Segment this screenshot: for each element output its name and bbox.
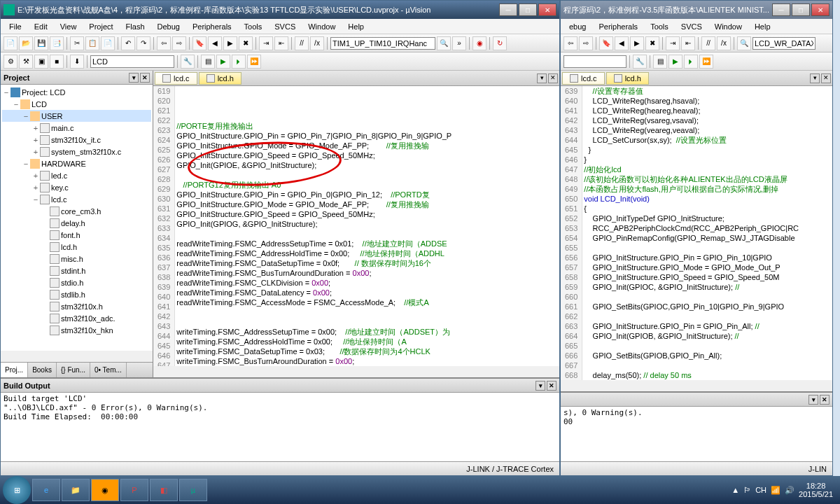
forward-icon[interactable]: ⇨ <box>172 36 186 50</box>
save-all-icon[interactable]: 📑 <box>50 36 64 50</box>
menu-window[interactable]: Window <box>709 21 748 32</box>
menu-project[interactable]: Project <box>83 21 118 32</box>
paste-icon[interactable]: 📄 <box>101 36 115 50</box>
tree-item[interactable]: +key.c <box>2 181 151 193</box>
menu-flash[interactable]: Flash <box>120 21 150 32</box>
options-icon[interactable]: 🔧 <box>633 55 647 69</box>
tree-item[interactable]: stm32f10x.h <box>2 300 151 312</box>
project-tree[interactable]: −Project: LCD−LCD−USER+main.c+stm32f10x_… <box>1 85 153 351</box>
tree-item[interactable]: +stm32f10x_it.c <box>2 134 151 146</box>
tray-flag-icon[interactable]: ▲ <box>732 486 739 494</box>
task-uvision-icon[interactable]: µ <box>179 479 207 501</box>
cut-icon[interactable]: ✂ <box>70 36 84 50</box>
indent-icon[interactable]: ⇥ <box>666 36 680 50</box>
close-button[interactable]: ✕ <box>538 4 556 16</box>
output-body[interactable]: s), 0 Warning(s). 00 <box>561 407 832 461</box>
output-close-icon[interactable]: ✕ <box>547 381 556 391</box>
tree-item[interactable]: lcd.h <box>2 241 151 253</box>
task-ppt-icon[interactable]: P <box>120 479 148 501</box>
debug-icon[interactable]: ◉ <box>472 36 486 50</box>
task-ie-icon[interactable]: e <box>32 479 60 501</box>
find-next-icon[interactable]: » <box>452 36 466 50</box>
tree-item[interactable]: font.h <box>2 229 151 241</box>
redo-icon[interactable]: ↷ <box>136 36 150 50</box>
indent-icon[interactable]: ⇥ <box>259 36 273 50</box>
run1-icon[interactable]: ▶ <box>668 55 682 69</box>
undo-icon[interactable]: ↶ <box>121 36 135 50</box>
target-opts-icon[interactable]: ▤ <box>201 55 215 69</box>
editor-hscroll[interactable] <box>561 380 832 391</box>
tab-close-icon[interactable]: ✕ <box>548 74 558 83</box>
bookmark-icon[interactable]: 🔖 <box>599 36 613 50</box>
maximize-button[interactable]: □ <box>519 4 537 16</box>
panel-pin-icon[interactable]: ▾ <box>129 73 139 83</box>
bookmark-prev-icon[interactable]: ◀ <box>615 36 629 50</box>
run3-icon[interactable]: ⏩ <box>247 55 261 69</box>
tray-net-icon[interactable]: 📶 <box>771 486 780 495</box>
menu-peripherals[interactable]: Peripherals <box>187 21 237 32</box>
find-combo[interactable] <box>330 37 435 50</box>
start-button[interactable]: ⊞ <box>3 476 31 504</box>
tab-menu-icon[interactable]: ▾ <box>810 74 820 83</box>
editor-hscroll[interactable] <box>153 366 559 377</box>
new-icon[interactable]: 📄 <box>4 36 18 50</box>
tree-item[interactable]: −LCD <box>2 98 151 110</box>
tree-item[interactable]: +led.c <box>2 169 151 181</box>
bookmark-next-icon[interactable]: ▶ <box>223 36 237 50</box>
output-pin-icon[interactable]: ▾ <box>536 381 545 391</box>
file-tab[interactable]: lcd.c <box>155 72 197 85</box>
tree-item[interactable]: −HARDWARE <box>2 158 151 169</box>
tray-network-icon[interactable]: 🏳 <box>743 486 751 494</box>
tray-clock[interactable]: 18:28 2015/5/21 <box>799 482 833 498</box>
tree-item[interactable]: −lcd.c <box>2 193 151 205</box>
bookmark-clear-icon[interactable]: ✖ <box>239 36 253 50</box>
titlebar[interactable]: 程序源码\2，标准例程-V3.5库函数版本\ALIENTEK MINIST...… <box>561 1 832 19</box>
bookmark-clear-icon[interactable]: ✖ <box>645 36 659 50</box>
tree-item[interactable]: stm32f10x_adc. <box>2 312 151 324</box>
windows-taskbar[interactable]: ⊞ e 📁 ◉ P ◧ µ ▲ 🏳 CH 📶 🔊 18:28 2015/5/21 <box>0 476 840 504</box>
comment-icon[interactable]: // <box>701 36 715 50</box>
uncomment-icon[interactable]: /x <box>717 36 731 50</box>
back-icon[interactable]: ⇦ <box>157 36 171 50</box>
output-close-icon[interactable]: ✕ <box>820 395 830 405</box>
output-body[interactable]: Build target 'LCD' "..\OBJ\LCD.axf" - 0 … <box>1 393 559 461</box>
menu-ebug[interactable]: ebug <box>564 21 592 32</box>
config-icon[interactable]: ↻ <box>493 36 507 50</box>
bookmark-next-icon[interactable]: ▶ <box>630 36 644 50</box>
build-icon[interactable]: ⚙ <box>4 55 18 69</box>
minimize-button[interactable]: ─ <box>772 4 790 16</box>
run1-icon[interactable]: ▶ <box>216 55 230 69</box>
menu-peripherals[interactable]: Peripherals <box>593 21 643 32</box>
close-button[interactable]: ✕ <box>811 4 830 16</box>
file-tab[interactable]: lcd.h <box>199 72 241 85</box>
menu-debug[interactable]: Debug <box>152 21 186 32</box>
side-tab[interactable]: Proj... <box>1 363 28 377</box>
back-icon[interactable]: ⇦ <box>564 36 578 50</box>
menu-tools[interactable]: Tools <box>645 21 674 32</box>
copy-icon[interactable]: 📋 <box>85 36 99 50</box>
tree-item[interactable]: −Project: LCD <box>2 86 151 98</box>
tab-close-icon[interactable]: ✕ <box>821 74 831 83</box>
system-tray[interactable]: ▲ 🏳 CH 📶 🔊 18:28 2015/5/21 <box>727 482 837 498</box>
tree-item[interactable]: stm32f10x_hkn <box>2 324 151 336</box>
run2-icon[interactable]: ⏵ <box>232 55 246 69</box>
target-opts-icon[interactable]: ▤ <box>653 55 667 69</box>
panel-close-icon[interactable]: ✕ <box>140 73 150 83</box>
side-tab[interactable]: 0• Tem... <box>90 363 127 377</box>
tree-item[interactable]: misc.h <box>2 253 151 265</box>
menu-tools[interactable]: Tools <box>239 21 268 32</box>
minimize-button[interactable]: ─ <box>499 4 517 16</box>
file-tab[interactable]: lcd.h <box>606 72 649 85</box>
run2-icon[interactable]: ⏵ <box>684 55 698 69</box>
download-icon[interactable]: ⬇ <box>70 55 84 69</box>
uncomment-icon[interactable]: /x <box>310 36 324 50</box>
build-all-icon[interactable]: ▣ <box>34 55 48 69</box>
open-icon[interactable]: 📂 <box>19 36 33 50</box>
tree-item[interactable]: stdio.h <box>2 276 151 288</box>
target-combo[interactable] <box>90 55 174 68</box>
task-explorer-icon[interactable]: 📁 <box>62 479 90 501</box>
menu-edit[interactable]: Edit <box>29 21 53 32</box>
menu-svcs[interactable]: SVCS <box>269 21 301 32</box>
tree-item[interactable]: delay.h <box>2 217 151 229</box>
tree-item[interactable]: core_cm3.h <box>2 205 151 217</box>
